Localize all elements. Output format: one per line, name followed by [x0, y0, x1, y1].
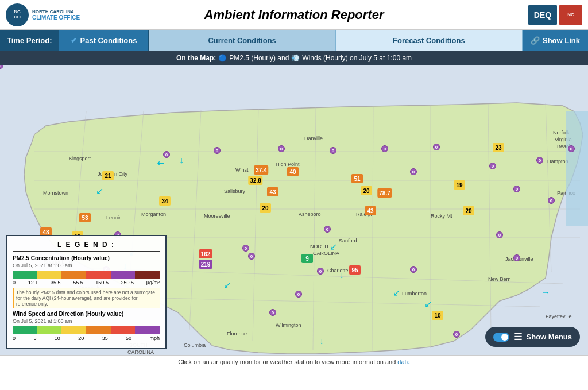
marker-43b[interactable]: 43	[365, 206, 376, 215]
footer-text: Click on an air quality monitor or weath…	[178, 358, 396, 365]
wind-arrow-13: →	[541, 287, 550, 298]
svg-text:Lenoir: Lenoir	[106, 215, 121, 221]
legend-pm25-title: PM2.5 Concentration (Hourly value)	[13, 255, 160, 261]
circle-0-d[interactable]: 0	[330, 147, 336, 154]
svg-text:Mooresville: Mooresville	[204, 213, 230, 219]
hamburger-icon: ☰	[514, 331, 522, 342]
marker-51[interactable]: 51	[351, 174, 363, 183]
page-header: NCCO NORTH CAROLINA CLIMATE OFFICE Ambie…	[0, 0, 588, 30]
map-container: Kingsport Johnson City Morristown Lenoir…	[0, 65, 588, 355]
circle-0-q[interactable]: 0	[410, 266, 417, 273]
tab-forecast-conditions[interactable]: Forecast Conditions	[336, 30, 523, 51]
deq-logo-text: DEQ	[534, 10, 551, 20]
ncco-logo-text: NCCO	[14, 10, 21, 20]
marker-20a[interactable]: 20	[260, 203, 271, 213]
wind-arrow-12: ↓	[319, 336, 324, 346]
tab-past-conditions[interactable]: ✔ Past Conditions	[59, 30, 149, 51]
circle-0-n[interactable]: 0	[317, 268, 324, 275]
marker-374[interactable]: 37.4	[254, 165, 268, 175]
svg-text:Asheboro: Asheboro	[299, 211, 321, 217]
circle-0-e[interactable]: 0	[381, 145, 388, 152]
marker-9[interactable]: 9	[301, 254, 313, 263]
circle-0-h[interactable]: 0	[536, 157, 543, 164]
circle-0-x[interactable]: 0	[513, 254, 520, 261]
svg-text:Danville: Danville	[304, 136, 323, 141]
svg-text:Morristown: Morristown	[43, 190, 68, 196]
circle-0-g[interactable]: 0	[489, 163, 496, 169]
marker-40[interactable]: 40	[287, 167, 299, 176]
circle-0-v[interactable]: 0	[496, 231, 503, 238]
svg-text:CAROLINA: CAROLINA	[127, 349, 154, 355]
wind-icon: 💨	[291, 54, 300, 62]
circle-0-m[interactable]: 0	[324, 226, 331, 233]
legend-wind-colorbar	[13, 326, 160, 334]
legend-pm25-subtitle: On Jul 5, 2021 at 1:00 am	[13, 262, 160, 268]
wind-arrow-3: ↙	[96, 186, 103, 196]
svg-text:High Point: High Point	[276, 161, 300, 167]
svg-text:Morganton: Morganton	[141, 211, 166, 217]
legend-pm25-note: The hourly PM2.5 data and colors used he…	[13, 288, 160, 308]
wind-arrow-9: ↓	[339, 270, 344, 280]
marker-162[interactable]: 162	[199, 249, 212, 258]
svg-text:Rocky Mt: Rocky Mt	[431, 213, 452, 219]
circle-0-c[interactable]: 0	[278, 145, 285, 152]
svg-text:Columbia: Columbia	[184, 342, 206, 348]
circle-0-o[interactable]: 0	[295, 291, 302, 298]
footer-data-link[interactable]: data	[397, 358, 409, 365]
marker-53[interactable]: 53	[79, 213, 91, 222]
svg-text:Kingsport: Kingsport	[69, 156, 91, 161]
marker-10[interactable]: 10	[432, 311, 443, 320]
circle-0-y[interactable]: 0	[453, 331, 460, 338]
circle-0-j[interactable]: 0	[410, 168, 417, 175]
time-period-label: Time Period:	[0, 36, 59, 45]
circle-0-f[interactable]: 0	[433, 144, 440, 150]
wind-arrow-10: ↙	[393, 287, 400, 298]
tab-current-conditions[interactable]: Current Conditions	[149, 30, 335, 51]
circle-0-k[interactable]: 0	[513, 186, 520, 192]
show-menus-button[interactable]: ☰ Show Menus	[485, 327, 580, 347]
toggle-icon	[493, 333, 509, 342]
legend-wind-scale: 0510203550mph	[13, 335, 160, 341]
marker-20b[interactable]: 20	[361, 186, 372, 195]
circle-0-l[interactable]: 0	[548, 197, 555, 204]
circle-0-r[interactable]: 0	[242, 245, 249, 252]
marker-787[interactable]: 78.7	[377, 188, 392, 198]
marker-34[interactable]: 34	[159, 196, 171, 206]
tab-show-link[interactable]: 🔗 Show Link	[523, 30, 588, 51]
page-title: Ambient Information Reporter	[204, 7, 384, 22]
marker-328[interactable]: 32.8	[248, 176, 262, 185]
svg-text:Sanford: Sanford	[339, 238, 357, 244]
legend-box: L E G E N D : PM2.5 Concentration (Hourl…	[6, 235, 167, 349]
marker-20c[interactable]: 20	[463, 206, 474, 215]
link-icon: 🔗	[531, 36, 540, 45]
time-period-bar: Time Period: ✔ Past Conditions Current C…	[0, 30, 588, 51]
circle-0-b[interactable]: 0	[214, 147, 220, 154]
ncco-logo-circle: NCCO	[6, 3, 29, 26]
legend-title: L E G E N D :	[13, 241, 160, 252]
marker-43a[interactable]: 43	[267, 187, 278, 196]
circle-0-p[interactable]: 0	[269, 309, 276, 316]
legend-wind-title: Wind Speed and Direction (Hourly value)	[13, 311, 160, 317]
circle-0-s[interactable]: 0	[248, 253, 255, 260]
circle-0-a[interactable]: 0	[163, 151, 170, 158]
marker-23[interactable]: 23	[493, 143, 504, 152]
svg-text:Wilmington: Wilmington	[276, 322, 301, 328]
nc-flag-icon: NC	[559, 5, 582, 25]
deq-logo: DEQ NC	[528, 5, 582, 25]
ncco-logo-label: NORTH CAROLINA CLIMATE OFFICE	[32, 9, 80, 21]
marker-21[interactable]: 21	[102, 171, 114, 180]
pm25-icon: 🔵	[218, 54, 227, 62]
circle-0-i[interactable]: 0	[568, 145, 575, 152]
svg-text:NORTH: NORTH	[310, 244, 328, 249]
marker-19[interactable]: 19	[454, 180, 465, 190]
svg-text:Lumberton: Lumberton	[402, 291, 427, 296]
checkmark-icon: ✔	[71, 36, 77, 45]
deq-logo-box: DEQ	[528, 5, 557, 25]
marker-95[interactable]: 95	[349, 265, 361, 275]
wind-arrow-2: ↓	[179, 155, 184, 165]
ncco-line2: CLIMATE OFFICE	[32, 14, 80, 21]
footer: Click on an air quality monitor or weath…	[0, 355, 588, 368]
marker-219[interactable]: 219	[199, 260, 212, 269]
wind-arrow-7: ↙	[223, 280, 231, 291]
svg-text:Charlotte: Charlotte	[327, 268, 349, 273]
